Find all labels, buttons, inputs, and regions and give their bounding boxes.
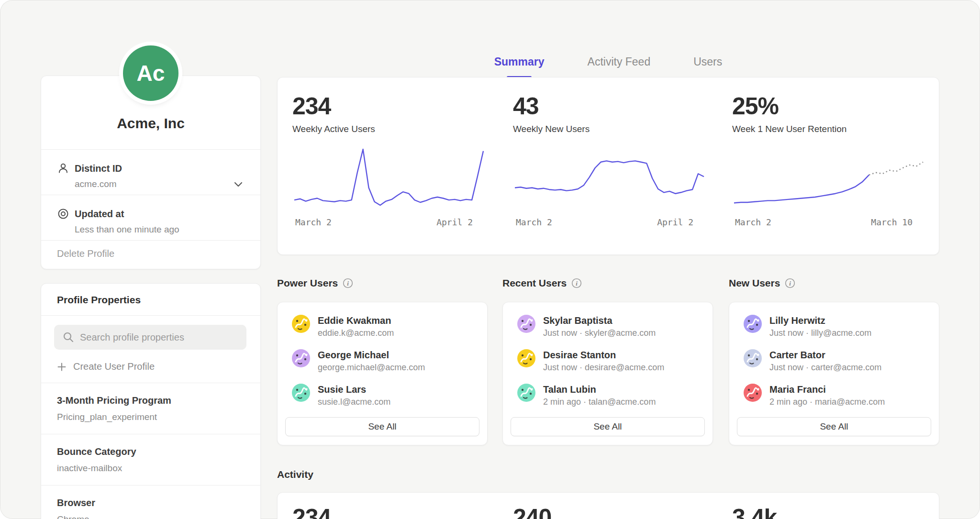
- user-subtitle: Just now · skyler@acme.com: [543, 328, 656, 338]
- info-icon[interactable]: i: [343, 278, 353, 288]
- recent-users-header: Recent Users i: [502, 277, 582, 289]
- stat-value: 25%: [732, 94, 939, 119]
- user-avatar: [744, 315, 762, 333]
- tab-activity-feed[interactable]: Activity Feed: [587, 52, 652, 77]
- profile-properties-card: Profile Properties Create User Profile 3…: [41, 283, 261, 519]
- app-window: Ac Acme, Inc Distinct ID acme.com: [0, 0, 980, 519]
- distinct-id-value: acme.com: [75, 179, 117, 189]
- user-avatar: [292, 315, 310, 333]
- recent-users-card: Skylar BaptistaJust now · skyler@acme.co…: [502, 302, 713, 445]
- user-list-item[interactable]: Maria Franci2 min ago · maria@acme.com: [744, 384, 939, 407]
- user-list-item[interactable]: Skylar BaptistaJust now · skyler@acme.co…: [517, 315, 713, 338]
- user-list-item[interactable]: Desirae StantonJust now · desirare@acme.…: [517, 349, 713, 372]
- section-title: Recent Users: [502, 277, 567, 289]
- user-list-item[interactable]: Susie Larssusie.l@acme.com: [292, 384, 487, 407]
- tab-users[interactable]: Users: [692, 52, 723, 77]
- user-avatar: [517, 315, 535, 333]
- user-avatar: [517, 349, 535, 367]
- weekly-new-users-chart: [513, 145, 707, 212]
- profile-properties-title: Profile Properties: [41, 284, 260, 315]
- user-name: George Michael: [318, 349, 425, 361]
- user-subtitle: Just now · desirare@acme.com: [543, 363, 664, 372]
- user-list-item[interactable]: Lilly HerwitzJust now · lilly@acme.com: [744, 315, 939, 338]
- plus-icon: [57, 362, 67, 372]
- stat-weekly-active-users: 234 Weekly Active Users March 2 April 2: [292, 94, 513, 227]
- delete-profile-button[interactable]: Delete Profile: [41, 240, 260, 269]
- see-all-button[interactable]: See All: [285, 417, 479, 436]
- user-subtitle: Just now · lilly@acme.com: [769, 328, 871, 338]
- weekly-active-users-chart: [292, 145, 486, 212]
- distinct-id-label: Distinct ID: [75, 163, 122, 174]
- company-avatar-initials: Ac: [137, 60, 165, 86]
- property-name: Browser: [57, 497, 245, 508]
- user-name: Carter Bator: [769, 349, 881, 361]
- axis-tick: March 2: [516, 217, 552, 227]
- property-value: Pricing_plan_experiment: [57, 412, 245, 422]
- user-name: Susie Lars: [318, 384, 390, 395]
- see-all-button[interactable]: See All: [737, 417, 931, 436]
- property-value: Chrome: [57, 514, 245, 519]
- create-user-profile-button[interactable]: Create User Profile: [57, 361, 246, 372]
- user-name: Skylar Baptista: [543, 315, 656, 326]
- power-users-card: Eddie Kwakmaneddie.k@acme.comGeorge Mich…: [277, 302, 488, 445]
- user-name: Maria Franci: [769, 384, 885, 395]
- stat-value: 234: [292, 94, 513, 119]
- week1-retention-chart: [732, 145, 926, 212]
- user-subtitle: george.michael@acme.com: [318, 363, 425, 372]
- updated-at-row: Updated at Less than one minute ago: [41, 195, 260, 240]
- user-list-item[interactable]: Eddie Kwakmaneddie.k@acme.com: [292, 315, 487, 338]
- see-all-button[interactable]: See All: [511, 417, 705, 436]
- property-row[interactable]: 3-Month Pricing Program Pricing_plan_exp…: [41, 383, 260, 434]
- user-name: Lilly Herwitz: [769, 315, 871, 326]
- user-avatar: [744, 349, 762, 367]
- updated-at-value: Less than one minute ago: [75, 224, 179, 235]
- stat-label: Week 1 New User Retention: [732, 123, 939, 135]
- new-users-card: Lilly HerwitzJust now · lilly@acme.comCa…: [729, 302, 939, 445]
- svg-text:i: i: [576, 280, 578, 287]
- company-name: Acme, Inc: [51, 115, 251, 132]
- profile-card: Acme, Inc Distinct ID acme.com U: [41, 76, 261, 269]
- stat-weekly-new-users: 43 Weekly New Users March 2 April 2: [513, 94, 732, 227]
- axis-tick: April 2: [436, 217, 473, 227]
- property-row[interactable]: Browser Chrome: [41, 485, 260, 519]
- new-users-header: New Users i: [729, 277, 795, 289]
- user-avatar: [517, 384, 535, 402]
- user-list-item[interactable]: Talan Lubin2 min ago · talan@acme.com: [517, 384, 713, 407]
- property-value: inactive-mailbox: [57, 463, 245, 474]
- chevron-down-icon[interactable]: [234, 182, 243, 187]
- company-avatar: Ac: [123, 45, 178, 101]
- updated-at-label: Updated at: [75, 209, 124, 220]
- stat-label: Weekly New Users: [513, 123, 732, 135]
- search-input[interactable]: [80, 332, 238, 343]
- user-name: Desirae Stanton: [543, 349, 664, 361]
- user-subtitle: eddie.k@acme.com: [318, 328, 394, 338]
- user-avatar: [744, 384, 762, 402]
- user-subtitle: Just now · carter@acme.com: [769, 363, 881, 372]
- stat-value: 43: [513, 94, 732, 119]
- eye-icon: [57, 208, 69, 220]
- axis-tick: March 2: [295, 217, 332, 227]
- property-row[interactable]: Bounce Category inactive-mailbox: [41, 434, 260, 485]
- profile-properties-search[interactable]: [54, 325, 246, 350]
- activity-card: 234 240 3.4k: [277, 492, 939, 519]
- tab-bar: Summary Activity Feed Users: [277, 52, 939, 77]
- search-icon: [63, 331, 74, 343]
- axis-tick: March 2: [735, 217, 771, 227]
- user-subtitle: 2 min ago · talan@acme.com: [543, 397, 656, 407]
- activity-stat-value: 234: [292, 505, 513, 519]
- stat-week1-retention: 25% Week 1 New User Retention March 2 Ma…: [732, 94, 939, 227]
- axis-tick: March 10: [871, 217, 913, 227]
- property-name: Bounce Category: [57, 446, 245, 457]
- user-name: Eddie Kwakman: [318, 315, 394, 326]
- user-list-item[interactable]: George Michaelgeorge.michael@acme.com: [292, 349, 487, 372]
- person-icon: [57, 162, 69, 175]
- tab-summary[interactable]: Summary: [493, 52, 546, 77]
- user-list-item[interactable]: Carter BatorJust now · carter@acme.com: [744, 349, 939, 372]
- svg-text:i: i: [347, 280, 349, 287]
- activity-stat-value: 240: [513, 505, 732, 519]
- info-icon[interactable]: i: [571, 278, 582, 288]
- info-icon[interactable]: i: [785, 278, 795, 288]
- stat-label: Weekly Active Users: [292, 123, 513, 135]
- distinct-id-row: Distinct ID acme.com: [41, 149, 260, 195]
- create-user-profile-label: Create User Profile: [73, 361, 155, 372]
